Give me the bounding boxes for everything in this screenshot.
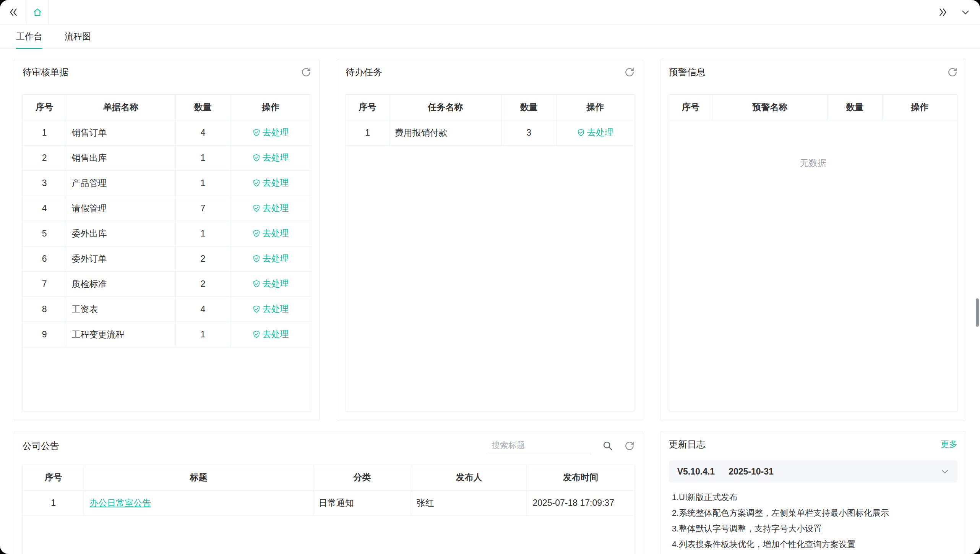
empty-state-text: 无数据: [669, 120, 957, 169]
changelog-version-collapse[interactable]: V5.10.4.1 2025-10-31: [669, 460, 957, 483]
warnings-table: 序号 预警名称 数量 操作 无数据: [669, 94, 957, 411]
top-bar: [0, 0, 980, 24]
table-row: 2 销售出库 1 去处理: [23, 145, 311, 170]
changelog-item: 3.整体默认字号调整，支持字号大小设置: [672, 521, 954, 536]
home-icon: [32, 7, 43, 18]
pending-review-table: 序号 单据名称 数量 操作 1 销售订单 4 去处理: [23, 94, 311, 411]
table-row: 7 质检标准 2 去处理: [23, 271, 311, 296]
refresh-icon[interactable]: [625, 67, 634, 77]
table-row: 1 销售订单 4 去处理: [23, 120, 311, 145]
warnings-panel: 预警信息 序号 预警名称 数量: [660, 59, 966, 421]
page-tabs: 工作台 流程图: [0, 24, 980, 49]
shield-check-icon: [577, 129, 585, 136]
announcement-search-input[interactable]: [488, 438, 591, 453]
handle-link[interactable]: 去处理: [253, 303, 289, 315]
changelog-item: 2.系统整体配色方案调整，左侧菜单栏支持最小图标化展示: [672, 505, 954, 521]
panel-title: 公司公告: [23, 440, 59, 452]
shield-check-icon: [253, 255, 260, 262]
changelog-item: 4.列表搜条件板块优化，增加个性化查询方案设置: [672, 536, 954, 552]
handle-link[interactable]: 去处理: [253, 152, 289, 164]
handle-link[interactable]: 去处理: [253, 177, 289, 189]
panel-title: 更新日志: [669, 438, 706, 450]
announcements-table: 序号 标题 分类 发布人 发布时间 1 办公日常室公告 日常通知: [23, 465, 634, 554]
handle-link[interactable]: 去处理: [253, 328, 289, 340]
shield-check-icon: [253, 230, 260, 237]
content-area: 待审核单据 序号 单据名称 数量: [0, 49, 980, 554]
todo-tasks-panel: 待办任务 序号 任务名称 数量: [337, 59, 643, 421]
expand-right-icon[interactable]: [938, 7, 948, 17]
handle-link[interactable]: 去处理: [253, 227, 289, 239]
handle-link[interactable]: 去处理: [253, 202, 289, 214]
table-row: 8 工资表 4 去处理: [23, 296, 311, 322]
changelog-panel: 更新日志 更多 V5.10.4.1 2025-10-31 1.UI新版正式发布 …: [660, 431, 966, 554]
pending-review-panel: 待审核单据 序号 单据名称 数量: [14, 59, 320, 421]
table-header-row: 序号 任务名称 数量 操作: [346, 95, 634, 120]
panel-title: 待办任务: [346, 66, 382, 78]
todo-tasks-table: 序号 任务名称 数量 操作 1 费用报销付款 3 去处理: [346, 94, 634, 411]
changelog-items: 1.UI新版正式发布 2.系统整体配色方案调整，左侧菜单栏支持最小图标化展示 3…: [669, 489, 957, 552]
collapse-left-icon[interactable]: [8, 7, 18, 17]
changelog-item: 1.UI新版正式发布: [672, 489, 954, 505]
changelog-more-link[interactable]: 更多: [941, 439, 957, 450]
panel-title: 预警信息: [669, 66, 706, 78]
shield-check-icon: [253, 204, 260, 212]
handle-link[interactable]: 去处理: [577, 126, 613, 138]
shield-check-icon: [253, 330, 260, 338]
handle-link[interactable]: 去处理: [253, 278, 289, 290]
shield-check-icon: [253, 154, 260, 162]
shield-check-icon: [253, 129, 260, 136]
table-header-row: 序号 单据名称 数量 操作: [23, 95, 311, 120]
search-icon[interactable]: [602, 441, 613, 451]
refresh-icon[interactable]: [948, 67, 957, 77]
announcement-title-link[interactable]: 办公日常室公告: [89, 498, 151, 508]
table-row: 1 费用报销付款 3 去处理: [346, 120, 634, 145]
table-row: 1 办公日常室公告 日常通知 张红 2025-07-18 17:09:37: [23, 490, 634, 515]
shield-check-icon: [253, 280, 260, 288]
home-tab[interactable]: [26, 0, 49, 24]
refresh-icon[interactable]: [625, 441, 634, 451]
announcements-panel: 公司公告: [14, 431, 643, 554]
chevron-down-icon[interactable]: [961, 8, 970, 17]
version-number: V5.10.4.1: [677, 467, 715, 477]
table-header-row: 序号 标题 分类 发布人 发布时间: [23, 465, 634, 490]
shield-check-icon: [253, 305, 260, 313]
handle-link[interactable]: 去处理: [253, 126, 289, 138]
table-row: 9 工程变更流程 1 去处理: [23, 322, 311, 347]
table-row: 5 委外出库 1 去处理: [23, 221, 311, 246]
vertical-scrollbar[interactable]: [976, 298, 979, 327]
tab-flowchart[interactable]: 流程图: [65, 24, 91, 49]
table-header-row: 序号 预警名称 数量 操作: [669, 95, 957, 120]
chevron-down-icon: [941, 467, 949, 476]
app-window: 工作台 流程图 待审核单据: [0, 0, 980, 554]
tab-workbench[interactable]: 工作台: [16, 24, 42, 49]
table-row: 4 请假管理 7 去处理: [23, 196, 311, 221]
handle-link[interactable]: 去处理: [253, 253, 289, 264]
panel-title: 待审核单据: [23, 66, 68, 78]
shield-check-icon: [253, 179, 260, 187]
refresh-icon[interactable]: [301, 67, 311, 77]
version-date: 2025-10-31: [729, 467, 774, 477]
table-row: 6 委外订单 2 去处理: [23, 246, 311, 271]
table-row: 3 产品管理 1 去处理: [23, 170, 311, 196]
